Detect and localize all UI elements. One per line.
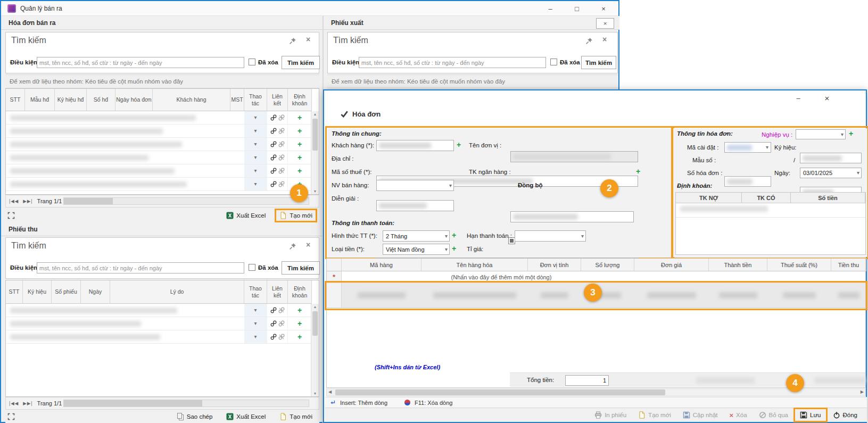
link-icon[interactable] xyxy=(270,307,277,313)
invoice-row[interactable]: ▾ + xyxy=(6,138,312,151)
save-button[interactable]: Lưu xyxy=(796,410,825,420)
column-header[interactable]: STT xyxy=(6,89,25,111)
scrollbar-thumb[interactable] xyxy=(312,311,318,336)
add-entry-icon[interactable]: + xyxy=(297,320,302,327)
pin-icon[interactable] xyxy=(585,37,593,45)
row-dropdown-icon[interactable]: ▾ xyxy=(254,142,257,147)
salesperson-select[interactable]: ▾ xyxy=(376,180,454,191)
delete-button[interactable]: ×Xóa xyxy=(725,410,751,420)
horizontal-scrollbar[interactable] xyxy=(63,400,309,407)
export-panel-close-button[interactable]: × xyxy=(596,18,614,29)
horizontal-scrollbar[interactable] xyxy=(63,197,309,205)
close-dialog-footer-button[interactable]: Đóng xyxy=(829,410,862,420)
scrollbar-thumb[interactable] xyxy=(64,198,113,204)
currency-select[interactable]: Việt Nam đồng▾ xyxy=(383,244,450,255)
create-button[interactable]: Tạo mới xyxy=(634,410,675,420)
row-dropdown-icon[interactable]: ▾ xyxy=(254,168,257,173)
column-header[interactable]: Định khoản xyxy=(288,280,312,304)
search-button[interactable]: Tìm kiếm xyxy=(282,56,320,69)
column-header[interactable]: Thành tiền xyxy=(709,259,767,271)
condition-input[interactable] xyxy=(359,57,546,68)
unlink-icon[interactable] xyxy=(278,114,285,121)
unlink-icon[interactable] xyxy=(278,154,285,161)
add-currency-icon[interactable]: + xyxy=(452,245,456,252)
column-header[interactable]: Đơn giá xyxy=(634,259,709,271)
pager-last-button[interactable]: ▶▶| xyxy=(23,401,32,406)
export-excel-button[interactable]: Xuất Excel xyxy=(224,211,268,220)
link-icon[interactable] xyxy=(270,320,277,327)
unlink-icon[interactable] xyxy=(278,141,285,147)
row-dropdown-icon[interactable]: ▾ xyxy=(254,334,257,339)
scroll-left-icon[interactable]: ◀ xyxy=(328,389,332,394)
business-select[interactable]: ▾ xyxy=(796,129,846,139)
tax-code-input[interactable] xyxy=(376,200,454,211)
link-icon[interactable] xyxy=(270,141,277,147)
column-header[interactable]: Khách hàng xyxy=(153,89,230,111)
scroll-down-icon[interactable]: ▼ xyxy=(311,189,319,193)
unlink-icon[interactable] xyxy=(278,128,285,134)
items-horizontal-scrollbar[interactable]: ◀ ▶ xyxy=(326,388,866,396)
unlink-icon[interactable] xyxy=(278,307,285,313)
scroll-right-icon[interactable]: ▶ xyxy=(861,389,864,394)
add-entry-icon[interactable]: + xyxy=(297,154,302,161)
create-new-button[interactable]: Tạo mới xyxy=(277,412,315,421)
search-close-icon[interactable]: × xyxy=(602,36,607,43)
column-header[interactable]: Ngày xyxy=(81,280,110,304)
scroll-down-icon[interactable]: ▼ xyxy=(311,392,319,395)
unlink-icon[interactable] xyxy=(278,181,285,187)
unlink-icon[interactable] xyxy=(278,168,285,174)
receipt-row[interactable]: ▾ + xyxy=(6,330,312,344)
bank-account-input[interactable] xyxy=(510,211,634,222)
pin-icon[interactable] xyxy=(289,243,296,250)
column-header[interactable]: Lý do xyxy=(110,280,244,304)
vertical-scrollbar[interactable]: ▲ ▼ xyxy=(311,304,319,396)
unit-name-input[interactable] xyxy=(510,151,638,162)
add-customer-icon[interactable]: + xyxy=(457,141,461,148)
vertical-scrollbar[interactable]: ▲ ▼ xyxy=(311,111,319,194)
dialog-close-button[interactable]: × xyxy=(816,92,838,104)
pager-first-button[interactable]: |◀◀ xyxy=(9,198,19,204)
link-icon[interactable] xyxy=(270,181,277,187)
column-header[interactable]: Liên kết xyxy=(267,89,288,111)
search-close-icon[interactable]: × xyxy=(306,241,310,248)
column-header[interactable]: Ngày hóa đơn xyxy=(115,89,153,111)
deleted-checkbox[interactable] xyxy=(249,59,255,65)
receipt-row[interactable]: ▾ + xyxy=(6,304,312,317)
copy-button[interactable]: Sao chép xyxy=(174,412,216,421)
scroll-up-icon[interactable]: ▲ xyxy=(311,305,319,309)
add-bank-account-icon[interactable]: + xyxy=(636,168,640,175)
column-header[interactable]: Định khoản xyxy=(288,89,312,111)
add-entry-icon[interactable]: + xyxy=(297,306,302,314)
unlink-icon[interactable] xyxy=(278,320,285,327)
update-button[interactable]: Cập nhật xyxy=(679,410,722,420)
scrollbar-thumb[interactable] xyxy=(64,400,202,407)
invoice-row[interactable]: ▾ + xyxy=(6,125,312,138)
add-entry-icon[interactable]: + xyxy=(297,167,302,175)
column-header[interactable]: Ký hiệu xyxy=(23,280,52,304)
add-entry-icon[interactable]: + xyxy=(297,127,302,135)
column-header[interactable]: Thao tác xyxy=(244,280,267,304)
invoice-row[interactable]: ▾ + xyxy=(6,178,312,191)
condition-input[interactable] xyxy=(37,262,244,273)
payment-method-select[interactable]: 2 Tháng▾ xyxy=(383,230,450,242)
deleted-checkbox[interactable] xyxy=(550,59,557,65)
column-header[interactable]: Thao tác xyxy=(244,89,267,111)
customer-input[interactable] xyxy=(376,140,454,151)
column-header[interactable]: Số phiếu xyxy=(52,280,81,304)
maximize-button[interactable]: □ xyxy=(566,3,588,14)
skip-button[interactable]: Bỏ qua xyxy=(755,410,792,420)
accounting-row[interactable] xyxy=(676,206,865,218)
condition-input[interactable] xyxy=(37,57,244,68)
add-entry-icon[interactable]: + xyxy=(297,333,302,341)
pager-last-button[interactable]: ▶▶| xyxy=(23,198,32,204)
link-icon[interactable] xyxy=(270,128,277,134)
search-close-icon[interactable]: × xyxy=(306,36,310,43)
date-picker[interactable]: 03/01/2025▾ xyxy=(800,168,862,178)
column-header[interactable]: Số tiền xyxy=(791,193,865,203)
scrollbar-thumb[interactable] xyxy=(335,389,665,395)
column-header[interactable]: MST xyxy=(230,89,244,111)
search-button[interactable]: Tìm kiếm xyxy=(581,56,616,69)
link-icon[interactable] xyxy=(270,154,277,161)
pager-first-button[interactable]: |◀◀ xyxy=(9,401,19,406)
invoice-row[interactable]: ▾ + xyxy=(6,111,312,125)
